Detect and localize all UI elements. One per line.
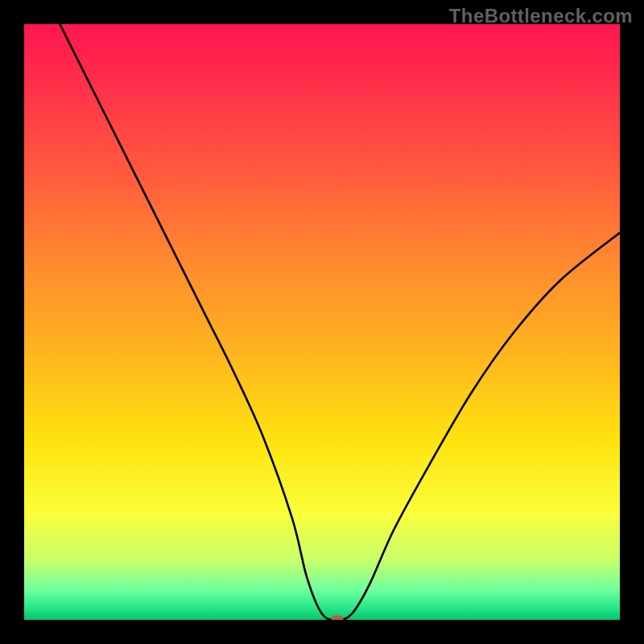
watermark-text: TheBottleneck.com (449, 5, 633, 27)
min-marker (331, 616, 343, 621)
curve-svg (24, 24, 620, 620)
chart-frame: TheBottleneck.com (0, 0, 644, 644)
plot-area (24, 24, 620, 620)
curve-path (60, 24, 620, 620)
